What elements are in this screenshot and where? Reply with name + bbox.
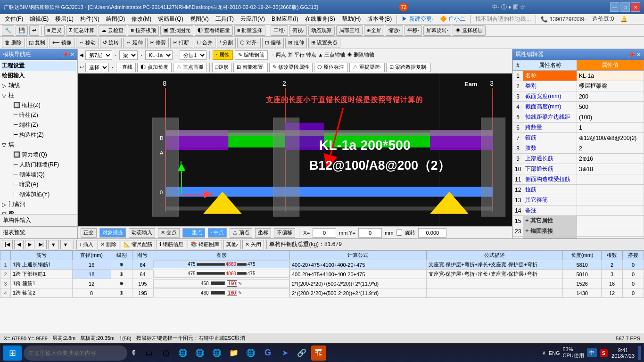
prop-row-value[interactable]: (100) xyxy=(577,112,644,123)
rebar-info[interactable]: ℹ 钢筋信息 xyxy=(157,240,186,249)
tb-trim[interactable]: ✂ 修剪 xyxy=(147,38,169,48)
prop-row[interactable]: 11侧面构造或受扭筋 xyxy=(513,174,644,185)
mic-icon[interactable]: 🎙 xyxy=(129,349,140,357)
prop-row-name[interactable]: + 锚固搭接 xyxy=(523,226,577,237)
tb-rotate[interactable]: ↺ 旋转 xyxy=(100,38,122,48)
nav-masonry-rebar[interactable]: ⊢ 砌体加筋(Y) xyxy=(1,189,76,199)
prop-row-value[interactable] xyxy=(577,206,644,216)
menu-floor[interactable]: 楼层(L) xyxy=(52,14,76,24)
nav-civil-wall[interactable]: ⊢ 人防门框墙(RF) xyxy=(1,160,76,170)
menu-edit[interactable]: 编辑(E) xyxy=(27,14,51,24)
prop-row-name[interactable]: 截面宽度(mm) xyxy=(523,91,577,102)
nav-frame-col[interactable]: 🔲 框柱(Z) xyxy=(1,100,76,110)
menu-search[interactable]: 找不到合适的柱边线... xyxy=(472,14,534,24)
task-icon-edge[interactable]: 🌐 xyxy=(175,346,190,361)
menu-new-change[interactable]: ▶ 新建变更· xyxy=(399,14,436,24)
element-type-select[interactable]: 梁 xyxy=(119,50,138,60)
menu-file[interactable]: 文件(F) xyxy=(2,14,26,24)
rotate-checkbox[interactable] xyxy=(396,230,402,236)
nav-shear-wall[interactable]: 🔲 剪力墙(Q) xyxy=(1,150,76,160)
tray-expand[interactable]: ∧ xyxy=(542,350,546,356)
task-icon-2[interactable]: ⊙ xyxy=(158,346,173,361)
prop-row-value[interactable]: 500 xyxy=(577,102,644,112)
prop-row-name[interactable]: 上部通长筋 xyxy=(523,154,577,164)
rebar-scale[interactable]: 📐 缩尺配筋 xyxy=(121,240,155,249)
nav-masonry-wall[interactable]: ⊢ 砌体墙(Q) xyxy=(1,170,76,180)
menu-version[interactable]: 版本号(B) xyxy=(364,14,395,24)
menu-tools[interactable]: 工具(T) xyxy=(213,14,237,24)
tb-batch-select[interactable]: ≡ 批量选择 xyxy=(234,25,265,36)
tb-offset[interactable]: ⊡ 偏移 xyxy=(262,38,284,48)
in-place-label[interactable]: ⬡ 原位标注 xyxy=(314,63,347,72)
rebar-delete[interactable]: ✕ 删除 xyxy=(98,240,119,249)
input-method-cn[interactable]: 中 xyxy=(587,348,597,357)
nav-door-window[interactable]: ▷门窗洞 xyxy=(1,199,76,209)
prop-panel-controls[interactable]: 📌 ✕ xyxy=(628,51,641,58)
menu-bim[interactable]: BIM应用(I) xyxy=(269,14,301,24)
nav-engineering-settings[interactable]: 工程设置 xyxy=(1,61,76,71)
tray-eng[interactable]: ENG xyxy=(549,350,560,356)
menu-view[interactable]: 视图(V) xyxy=(187,14,212,24)
prop-row-name[interactable]: 肢数 xyxy=(523,143,577,154)
prop-row-name[interactable]: 拉筋 xyxy=(523,185,577,195)
menu-rebar[interactable]: 钢筋量(Q) xyxy=(155,14,186,24)
prop-row[interactable]: 4截面高度(mm)500 xyxy=(513,102,644,112)
tb-2d[interactable]: 二维· xyxy=(271,25,288,36)
prop-row[interactable]: 6跨数量1 xyxy=(513,123,644,133)
tb-pan[interactable]: 平移· xyxy=(405,25,422,36)
prop-row-value[interactable]: 3⊕18 xyxy=(577,164,644,174)
task-icon-globe[interactable]: 🌐 xyxy=(243,346,258,361)
prop-row-value[interactable]: ⊕12@100/⊕8@200(2) xyxy=(577,133,644,143)
prop-row-name[interactable]: + 显示样式 xyxy=(523,237,577,239)
task-icon-app[interactable]: 🏗 xyxy=(311,346,326,361)
tb-split[interactable]: / 分割 xyxy=(217,38,236,48)
rebar-nav-last[interactable]: ▶| xyxy=(36,240,47,249)
rebar-nav-prev[interactable]: ◀ xyxy=(14,240,24,249)
prop-row-value[interactable] xyxy=(577,185,644,195)
tb-dynamic[interactable]: 动态观察 xyxy=(308,25,335,36)
menu-modify[interactable]: 修改(M) xyxy=(129,14,154,24)
prop-row-name[interactable]: + 其它属性 xyxy=(523,216,577,226)
nav-scroll-left[interactable]: ◀ xyxy=(80,52,83,58)
copy-span-data[interactable]: ⊡ 梁跨数据复制· xyxy=(386,63,431,72)
tb-save[interactable]: 💾 xyxy=(16,25,28,36)
tb-zoom[interactable]: 缩放· xyxy=(386,25,403,36)
nav-dark-beam[interactable]: ⊢ 暗梁(A) xyxy=(1,180,76,189)
taskbar-time[interactable]: 9:41 2018/7/23 xyxy=(611,347,635,359)
menu-cloud[interactable]: 云应用(V) xyxy=(238,14,268,24)
draw-rect[interactable]: □矩形 xyxy=(212,63,232,72)
rebar-row[interactable]: 41跨 箍筋28⊕195460160✎2*((200-2*20)+(500-2*… xyxy=(0,288,644,298)
task-icon-ie1[interactable]: 🌐 xyxy=(192,346,207,361)
prop-row-name[interactable]: 跨数量 xyxy=(523,123,577,133)
rebar-nav-down1[interactable]: ▼ xyxy=(48,240,59,249)
prop-row-value[interactable]: KL-1a xyxy=(577,71,644,81)
menu-price[interactable]: 造价豆:0 xyxy=(589,14,617,24)
draw-line[interactable]: · 直线 xyxy=(116,63,136,72)
prop-row[interactable]: 8肢数2 xyxy=(513,143,644,154)
rebar-insert[interactable]: ↓ 插入 xyxy=(76,240,97,249)
snap-intersect[interactable]: ✕ 交点 xyxy=(158,228,180,238)
ortho-button[interactable]: 正交 xyxy=(81,228,97,238)
prop-row[interactable]: 38+ 显示样式 xyxy=(513,237,644,239)
prop-row-name[interactable]: 名称 xyxy=(523,71,577,81)
tb-mirror[interactable]: ⟵ 镜像 xyxy=(50,38,74,48)
tb-extend[interactable]: ↔ 延伸 xyxy=(123,38,146,48)
tb-find[interactable]: ▣ 查找图元 xyxy=(160,25,193,36)
sub-layer-select[interactable]: 分层1 xyxy=(180,50,206,60)
tb-grip[interactable]: ⊞ 设置夹点 xyxy=(308,38,340,48)
draw-arc[interactable]: △ 三点画弧 xyxy=(173,63,207,72)
menu-help[interactable]: 帮助(H) xyxy=(339,14,364,24)
prop-row[interactable]: 5轴线距梁左边线距(100) xyxy=(513,112,644,123)
maximize-button[interactable]: □ xyxy=(620,2,630,12)
tb-calc[interactable]: Σ 汇总计算 xyxy=(66,25,97,36)
floor-select[interactable]: 第7层 xyxy=(85,50,112,60)
prop-row-name[interactable]: 侧面构造或受扭筋 xyxy=(523,174,577,185)
task-icon-g[interactable]: G xyxy=(260,346,275,361)
snap-vertex[interactable]: △ 顶点 xyxy=(230,228,252,238)
prop-row-name[interactable]: 其它箍筋 xyxy=(523,195,577,206)
draw-mode-select[interactable]: 选择 xyxy=(85,63,109,72)
task-icon-ie2[interactable]: 🌐 xyxy=(209,346,224,361)
shape-edit-icon[interactable]: ✎ xyxy=(238,281,242,286)
prop-row[interactable]: 2类别楼层框架梁 xyxy=(513,81,644,91)
dynamic-input-button[interactable]: 动态输入 xyxy=(129,228,155,238)
